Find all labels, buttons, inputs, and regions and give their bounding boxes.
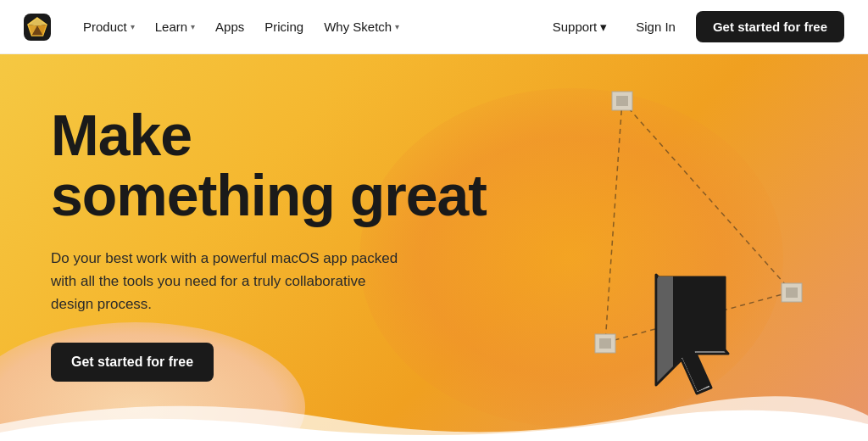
hero-content: Make something great Do your best work w… [51, 105, 487, 382]
chevron-down-icon: ▾ [600, 20, 607, 35]
nav-item-pricing[interactable]: Pricing [256, 13, 312, 41]
chevron-down-icon: ▾ [191, 22, 195, 31]
nav-cta-button[interactable]: Get started for free [696, 11, 844, 42]
hero-illustration [461, 54, 868, 441]
chevron-down-icon: ▾ [395, 22, 399, 31]
chevron-down-icon: ▾ [131, 22, 135, 31]
nav-signin-button[interactable]: Sign In [622, 13, 689, 41]
hero-subtext: Do your best work with a powerful macOS … [51, 247, 407, 316]
nav-item-support[interactable]: Support ▾ [544, 13, 616, 42]
sketch-logo-icon [24, 14, 51, 41]
nav-left: Product ▾ Learn ▾ Apps Pricing Why Sketc… [75, 13, 544, 41]
hero-headline: Make something great [51, 105, 487, 226]
svg-line-6 [605, 101, 622, 343]
nav-item-learn[interactable]: Learn ▾ [147, 13, 203, 41]
nav-item-why-sketch[interactable]: Why Sketch ▾ [315, 13, 408, 41]
svg-line-7 [622, 101, 792, 292]
nav-item-product[interactable]: Product ▾ [75, 13, 143, 41]
nav-right: Support ▾ Sign In Get started for free [544, 11, 844, 42]
svg-rect-10 [616, 96, 628, 106]
logo[interactable] [24, 14, 51, 41]
hero-section: Make something great Do your best work w… [0, 54, 868, 441]
navbar: Product ▾ Learn ▾ Apps Pricing Why Sketc… [0, 0, 868, 54]
svg-rect-14 [786, 287, 798, 298]
nav-item-apps[interactable]: Apps [207, 13, 253, 41]
hero-illustration-svg [461, 54, 868, 441]
hero-cta-button[interactable]: Get started for free [51, 343, 214, 382]
svg-marker-18 [658, 276, 673, 382]
svg-rect-12 [599, 338, 611, 349]
